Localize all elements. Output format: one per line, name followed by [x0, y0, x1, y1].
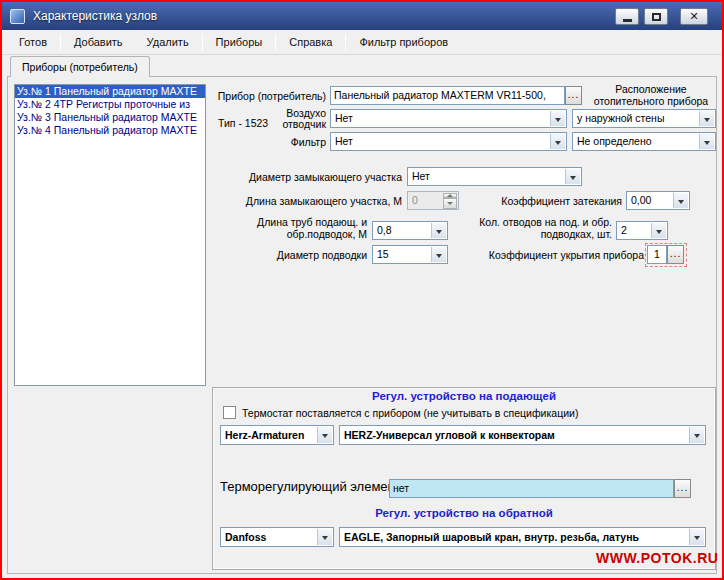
bends-count-value: 2	[621, 224, 627, 236]
menu-separator	[60, 34, 61, 51]
pipe-diameter-label: Диаметр подводки	[252, 249, 367, 261]
node-list[interactable]: Уз.№ 1 Панельный радиатор MAXTE Уз.№ 2 4…	[14, 84, 206, 386]
menu-separator	[345, 34, 346, 51]
type-label: Тип - 1523	[218, 117, 268, 129]
bends-count-label: Кол. отводов на под. и обр. подводках, ш…	[462, 217, 612, 240]
cover-coeff-field[interactable]: 1	[647, 245, 667, 264]
menu-item-ready[interactable]: Готов	[7, 32, 59, 52]
cover-coeff-browse-button[interactable]: ...	[667, 245, 684, 264]
menu-separator	[202, 34, 203, 51]
closing-diameter-value: Нет	[412, 170, 430, 182]
list-item[interactable]: Уз.№ 1 Панельный радиатор MAXTE	[15, 85, 205, 98]
dropdown-arrow-icon[interactable]	[317, 529, 332, 545]
flow-coeff-value: 0,00	[631, 194, 651, 206]
filter-label: Фильтр	[272, 136, 326, 148]
location-state-combo[interactable]: Не определено	[572, 132, 716, 151]
menu-separator	[275, 34, 276, 51]
supply-valve-value: HERZ-Универсал угловой к конвекторам	[344, 429, 555, 441]
pipe-length-label: Длина труб подающ. и обр.подводок, М	[238, 217, 367, 240]
flow-coeff-label: Коэффициент затекания	[480, 195, 622, 207]
location-wall-value: у наружной стены	[577, 112, 664, 124]
dropdown-arrow-icon[interactable]	[431, 223, 446, 238]
title-bar: Характеристика узлов	[2, 2, 722, 30]
dropdown-arrow-icon[interactable]	[699, 134, 714, 149]
return-manufacturer-combo[interactable]: Danfoss	[220, 527, 334, 547]
list-item[interactable]: Уз.№ 4 Панельный радиатор MAXTE	[15, 124, 205, 137]
spinner-buttons	[443, 193, 457, 208]
dropdown-arrow-icon[interactable]	[550, 134, 565, 149]
air-vent-combo[interactable]: Нет	[330, 109, 567, 128]
location-state-value: Не определено	[577, 135, 652, 147]
cover-coeff-label: Коэффициент укрытия прибора	[467, 249, 644, 261]
closing-length-value: 0	[412, 194, 418, 206]
thermostat-checkbox-label: Термостат поставляется с прибором (не уч…	[242, 407, 578, 419]
return-manufacturer-value: Danfoss	[225, 531, 266, 543]
minimize-icon	[623, 19, 632, 22]
closing-diameter-combo[interactable]: Нет	[407, 167, 582, 186]
menu-bar: Готов Добавить Удалить Приборы Справка Ф…	[2, 30, 722, 55]
menu-item-devices[interactable]: Приборы	[204, 32, 275, 52]
return-valve-value: EAGLE, Запорный шаровый кран, внутр. рез…	[344, 531, 639, 543]
return-section-header: Регул. устройство на обратной	[212, 507, 716, 519]
bends-count-combo[interactable]: 2	[616, 221, 668, 240]
dropdown-arrow-icon[interactable]	[565, 169, 580, 184]
pipe-diameter-combo[interactable]: 15	[372, 245, 448, 264]
pipe-length-combo[interactable]: 0,8	[372, 221, 448, 240]
supply-valve-combo[interactable]: HERZ-Универсал угловой к конвекторам	[339, 425, 706, 445]
thermostat-checkbox[interactable]	[223, 406, 236, 419]
dropdown-arrow-icon[interactable]	[689, 529, 704, 545]
device-browse-button[interactable]: ...	[565, 86, 582, 105]
supply-manufacturer-combo[interactable]: Herz-Armaturen	[220, 425, 334, 445]
pipe-diameter-value: 15	[377, 248, 389, 260]
air-vent-label: Воздухо отводчик	[264, 108, 326, 130]
dialog-window: Характеристика узлов ✕ Готов Добавить Уд…	[0, 0, 724, 580]
dropdown-arrow-icon[interactable]	[431, 247, 446, 262]
app-icon	[10, 9, 25, 24]
watermark: WWW.POTOK.RU	[596, 550, 718, 566]
supply-section-header: Регул. устройство на подающей	[212, 390, 716, 402]
menu-item-add[interactable]: Добавить	[62, 32, 135, 52]
location-wall-combo[interactable]: у наружной стены	[572, 109, 716, 128]
menu-item-help[interactable]: Справка	[277, 32, 344, 52]
supply-manufacturer-value: Herz-Armaturen	[225, 429, 304, 441]
filter-combo[interactable]: Нет	[330, 132, 567, 151]
location-label: Расположение отопительного прибора	[586, 83, 716, 107]
air-vent-value: Нет	[335, 112, 353, 124]
dropdown-arrow-icon[interactable]	[651, 223, 666, 238]
device-field[interactable]: Панельный радиатор MAXTERM VR11-500,	[330, 86, 565, 105]
thermo-element-label: Терморегулирующий элемент	[220, 481, 401, 493]
dropdown-arrow-icon[interactable]	[673, 193, 688, 208]
dropdown-arrow-icon[interactable]	[550, 111, 565, 126]
menu-item-device-filter[interactable]: Фильтр приборов	[347, 32, 460, 52]
dropdown-arrow-icon[interactable]	[689, 427, 704, 443]
filter-value: Нет	[335, 135, 353, 147]
dropdown-arrow-icon[interactable]	[317, 427, 332, 443]
thermo-element-field[interactable]: нет	[389, 479, 674, 498]
closing-diameter-label: Диаметр замыкающего участка	[216, 171, 402, 183]
minimize-button[interactable]	[615, 8, 639, 25]
return-valve-combo[interactable]: EAGLE, Запорный шаровый кран, внутр. рез…	[339, 527, 706, 547]
menu-item-delete[interactable]: Удалить	[135, 32, 201, 52]
close-button[interactable]: ✕	[680, 8, 708, 25]
maximize-button[interactable]	[644, 8, 668, 25]
closing-length-spinner[interactable]: 0	[407, 191, 459, 210]
maximize-icon	[652, 13, 661, 21]
tab-devices-consumer[interactable]: Приборы (потребитель)	[10, 56, 150, 77]
window-title: Характеристика узлов	[33, 9, 157, 23]
dropdown-arrow-icon[interactable]	[699, 111, 714, 126]
device-label: Прибор (потребитель)	[214, 90, 326, 102]
pipe-length-value: 0,8	[377, 224, 392, 236]
spin-down-icon[interactable]	[443, 198, 457, 209]
closing-length-label: Длина замыкающего участка, М	[202, 195, 402, 207]
list-item[interactable]: Уз.№ 2 4ТР Регистры проточные из	[15, 98, 205, 111]
flow-coeff-combo[interactable]: 0,00	[626, 191, 690, 210]
list-item[interactable]: Уз.№ 3 Панельный радиатор MAXTE	[15, 111, 205, 124]
thermo-element-browse-button[interactable]: ...	[674, 479, 691, 498]
